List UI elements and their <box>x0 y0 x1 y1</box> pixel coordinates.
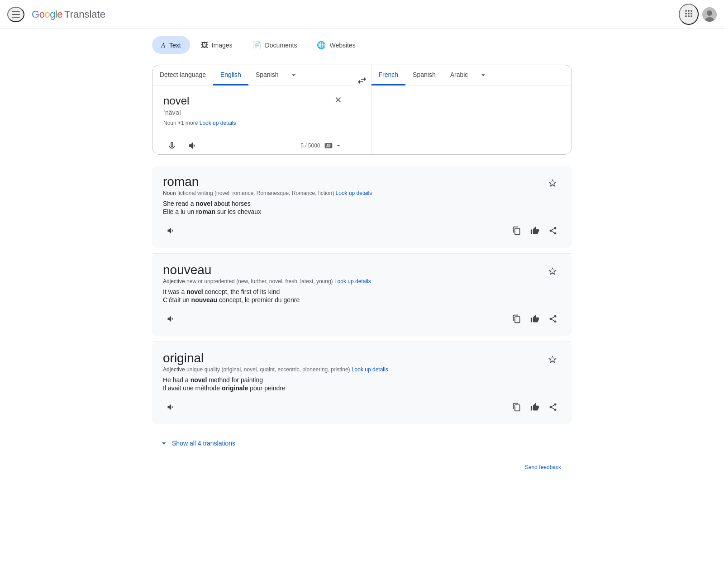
text-tab-icon: 𝐴 <box>161 41 166 49</box>
result-word-roman: roman <box>163 175 540 189</box>
char-count: 5 / 5000 <box>300 142 320 149</box>
send-feedback-link[interactable]: Send feedback <box>525 464 561 470</box>
translate-wordmark: Translate <box>64 9 105 20</box>
translation-results: roman Noun fictional writing (novel, rom… <box>152 166 572 457</box>
page-footer: Send feedback <box>152 457 572 478</box>
lookup-details-nouveau[interactable]: Look up details <box>334 278 371 285</box>
result-word-nouveau: nouveau <box>163 263 540 277</box>
result-pos-original: Adjective unique quality (original, nove… <box>163 366 540 373</box>
microphone-button[interactable] <box>163 137 181 154</box>
result-word-original: original <box>163 351 540 365</box>
star-roman-button[interactable] <box>544 175 561 192</box>
tab-documents-label: Documents <box>265 42 297 49</box>
main-content: 𝐴 Text 🖼 Images 📄 Documents 🌐 Websites D… <box>145 29 579 478</box>
example-en-nouveau: It was a novel concept, the first of its… <box>163 288 540 295</box>
show-all-button[interactable]: Show all 4 translations <box>152 433 243 453</box>
source-footer: 5 / 5000 <box>163 133 342 154</box>
hamburger-menu[interactable] <box>7 7 24 22</box>
result-card-original: original Adjective unique quality (origi… <box>152 342 572 424</box>
result-footer-nouveau <box>163 311 561 327</box>
source-lang-more-btn[interactable] <box>286 65 302 85</box>
user-avatar[interactable] <box>702 7 717 22</box>
share-roman-button[interactable] <box>545 223 561 239</box>
thumbs-roman-button[interactable] <box>527 223 543 239</box>
copy-nouveau-button[interactable] <box>509 311 525 327</box>
example-en-roman: She read a novel about horses <box>163 200 540 207</box>
tab-documents[interactable]: 📄 Documents <box>243 36 306 54</box>
swap-col <box>353 65 372 154</box>
keyboard-button[interactable] <box>324 141 342 150</box>
speaker-roman-button[interactable] <box>163 223 179 239</box>
google-translate-logo[interactable]: Google Translate <box>32 9 105 20</box>
spanish-target-btn[interactable]: Spanish <box>405 65 443 85</box>
english-source-btn[interactable]: English <box>213 65 248 85</box>
documents-tab-icon: 📄 <box>252 41 262 49</box>
result-footer-roman <box>163 223 561 239</box>
thumbs-original-button[interactable] <box>527 399 543 415</box>
result-pos-nouveau: Adjective new or unpredented (new, furth… <box>163 278 540 285</box>
show-all-label: Show all 4 translations <box>172 440 235 447</box>
arabic-target-btn[interactable]: Arabic <box>443 65 476 85</box>
copy-roman-button[interactable] <box>509 223 525 239</box>
tab-websites-label: Websites <box>329 42 355 49</box>
thumbs-nouveau-button[interactable] <box>527 311 543 327</box>
tab-bar: 𝐴 Text 🖼 Images 📄 Documents 🌐 Websites <box>152 36 572 54</box>
example-fr-nouveau: C'était un nouveau concept, le premier d… <box>163 296 540 303</box>
lookup-details-original[interactable]: Look up details <box>352 366 388 373</box>
target-lang-bar: French Spanish Arabic <box>372 65 572 85</box>
share-nouveau-button[interactable] <box>545 311 561 327</box>
tab-images[interactable]: 🖼 Images <box>192 36 242 54</box>
target-lang-more-btn[interactable] <box>475 65 491 85</box>
svg-point-1 <box>707 10 712 16</box>
result-card-nouveau: nouveau Adjective new or unpredented (ne… <box>152 254 572 336</box>
clear-input-button[interactable]: ✕ <box>331 93 346 107</box>
google-wordmark: Google <box>32 9 62 20</box>
images-tab-icon: 🖼 <box>201 41 208 49</box>
tab-images-label: Images <box>212 42 233 49</box>
swap-languages-button[interactable] <box>353 71 371 90</box>
source-pos: Noun +1 more Look up details <box>163 120 342 126</box>
speaker-nouveau-button[interactable] <box>163 311 179 327</box>
lookup-details-roman[interactable]: Look up details <box>336 190 372 196</box>
show-all-section: Show all 4 translations <box>152 430 572 457</box>
target-text-area <box>372 85 572 154</box>
speaker-button[interactable] <box>184 137 201 154</box>
share-original-button[interactable] <box>545 399 561 415</box>
copy-original-button[interactable] <box>509 399 525 415</box>
detect-language-btn[interactable]: Detect language <box>152 65 213 85</box>
star-nouveau-button[interactable] <box>544 263 561 280</box>
speaker-original-button[interactable] <box>163 399 179 415</box>
translation-panel: Detect language English Spanish novel ˈn… <box>152 65 572 155</box>
source-phonetic: ˈnävəl <box>163 109 342 116</box>
french-target-btn[interactable]: French <box>372 65 406 85</box>
example-fr-roman: Elle a lu un roman sur les chevaux <box>163 208 540 215</box>
example-en-original: He had a novel method for painting <box>163 376 540 384</box>
source-lang-bar: Detect language English Spanish <box>152 65 353 85</box>
tab-text[interactable]: 𝐴 Text <box>152 36 190 54</box>
tab-websites[interactable]: 🌐 Websites <box>308 36 364 54</box>
result-card-roman: roman Noun fictional writing (novel, rom… <box>152 166 572 248</box>
spanish-source-btn[interactable]: Spanish <box>248 65 286 85</box>
example-fr-original: Il avait une méthode originale pour pein… <box>163 384 540 392</box>
websites-tab-icon: 🌐 <box>317 41 326 49</box>
source-text-area[interactable]: novel ˈnävəl Noun +1 more Look up detail… <box>152 85 353 154</box>
google-apps-button[interactable] <box>679 4 699 25</box>
lookup-details-link[interactable]: Look up details <box>200 120 236 126</box>
result-footer-original <box>163 399 561 415</box>
header: Google Translate <box>0 0 724 29</box>
source-text[interactable]: novel <box>163 95 342 107</box>
star-original-button[interactable] <box>544 351 561 368</box>
tab-text-label: Text <box>169 42 181 49</box>
result-pos-roman: Noun fictional writing (novel, romance, … <box>163 190 540 196</box>
